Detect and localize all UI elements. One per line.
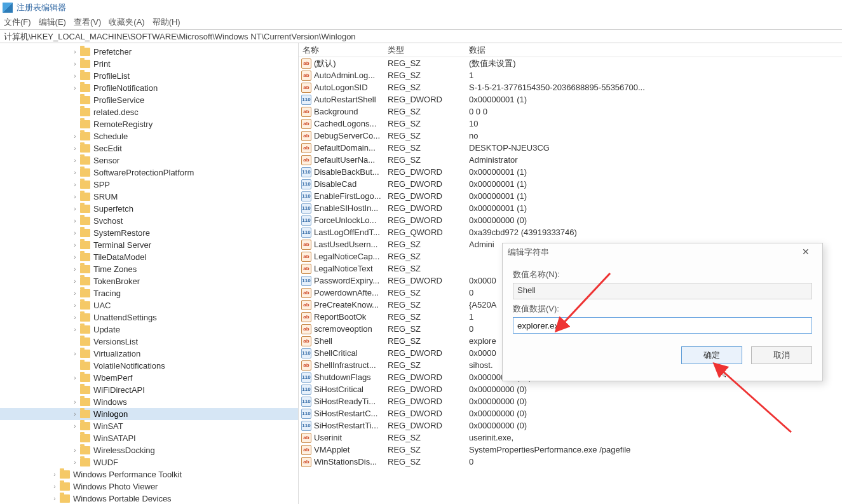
expander-icon[interactable]: › — [71, 411, 79, 418]
list-row[interactable]: 110DisableCadREG_DWORD0x00000001 (1) — [299, 178, 842, 190]
tree-item[interactable]: ›Tracing — [0, 287, 298, 299]
cancel-button[interactable]: 取消 — [751, 346, 812, 364]
expander-icon[interactable]: › — [71, 423, 79, 430]
tree-item[interactable]: ›Schedule — [0, 130, 298, 142]
col-header-name[interactable]: 名称 — [299, 44, 388, 56]
list-row[interactable]: abBackgroundREG_SZ0 0 0 — [299, 106, 842, 118]
tree-item[interactable]: ›Sensor — [0, 154, 298, 167]
menu-edit[interactable]: 编辑(E) — [39, 17, 66, 28]
tree-item[interactable]: ›Print — [0, 58, 298, 70]
expander-icon[interactable]: › — [71, 314, 79, 321]
expander-icon[interactable]: › — [71, 447, 79, 454]
list-row[interactable]: 110DisableBackBut...REG_DWORD0x00000001 … — [299, 166, 842, 178]
tree-item[interactable]: RemoteRegistry — [0, 118, 298, 130]
list-row[interactable]: abDebugServerCo...REG_SZno — [299, 130, 842, 142]
col-header-data[interactable]: 数据 — [469, 44, 842, 56]
expander-icon[interactable]: › — [71, 242, 79, 249]
expander-icon[interactable]: › — [71, 133, 79, 140]
expander-icon[interactable]: › — [71, 193, 79, 200]
tree-item[interactable]: ›ProfileNotification — [0, 82, 298, 94]
expander-icon[interactable]: › — [71, 205, 79, 212]
expander-icon[interactable]: › — [71, 60, 79, 67]
tree-item[interactable]: ›Prefetcher — [0, 46, 298, 58]
tree-item[interactable]: ›UAC — [0, 299, 298, 311]
expander-icon[interactable]: › — [71, 229, 79, 236]
tree-item[interactable]: ProfileService — [0, 94, 298, 106]
expander-icon[interactable]: › — [71, 217, 79, 224]
tree-item[interactable]: WiFiDirectAPI — [0, 384, 298, 396]
expander-icon[interactable]: › — [51, 483, 58, 490]
tree-item[interactable]: ›Svchost — [0, 215, 298, 227]
tree-item[interactable]: VolatileNotifications — [0, 360, 298, 372]
expander-icon[interactable]: › — [71, 181, 79, 188]
list-row[interactable]: abCachedLogons...REG_SZ10 — [299, 118, 842, 130]
list-row[interactable]: 110SiHostCriticalREG_DWORD0x00000000 (0) — [299, 383, 842, 395]
menu-help[interactable]: 帮助(H) — [153, 17, 180, 28]
value-data-input[interactable] — [513, 317, 812, 334]
tree-item[interactable]: ›Update — [0, 324, 298, 336]
list-row[interactable]: 110EnableSIHostIn...REG_DWORD0x00000001 … — [299, 202, 842, 214]
list-row[interactable]: 110AutoRestartShellREG_DWORD0x00000001 (… — [299, 93, 842, 106]
expander-icon[interactable]: › — [71, 350, 79, 357]
tree-item[interactable]: ›ProfileList — [0, 70, 298, 82]
list-row[interactable]: 110LastLogOffEndT...REG_QWORD0xa39cbd972… — [299, 226, 842, 238]
tree-item[interactable]: ›WirelessDocking — [0, 444, 298, 456]
tree-item[interactable]: ›Time Zones — [0, 263, 298, 275]
expander-icon[interactable]: › — [71, 157, 79, 164]
tree-item[interactable]: ›Virtualization — [0, 348, 298, 360]
tree-item[interactable]: ›TokenBroker — [0, 275, 298, 287]
dialog-titlebar[interactable]: 编辑字符串 ✕ — [503, 243, 822, 261]
expander-icon[interactable]: › — [51, 471, 58, 478]
tree-item[interactable]: ›WUDF — [0, 456, 298, 468]
list-row[interactable]: abVMAppletREG_SZSystemPropertiesPerforma… — [299, 444, 842, 456]
expander-icon[interactable]: › — [71, 169, 79, 176]
tree-item[interactable]: ›Windows Portable Devices — [0, 493, 298, 504]
tree-item[interactable]: ›WinSAT — [0, 420, 298, 432]
list-row[interactable]: abUserinitREG_SZuserinit.exe, — [299, 432, 842, 444]
list-row[interactable]: 110SiHostRestartTi...REG_DWORD0x00000000… — [299, 419, 842, 432]
tree-item[interactable]: ›Terminal Server — [0, 239, 298, 251]
tree-item[interactable]: WinSATAPI — [0, 432, 298, 444]
tree-item[interactable]: ›Superfetch — [0, 203, 298, 215]
tree-item[interactable]: ›SRUM — [0, 191, 298, 203]
menu-favorites[interactable]: 收藏夹(A) — [109, 17, 144, 28]
expander-icon[interactable]: › — [71, 459, 79, 466]
expander-icon[interactable]: › — [71, 266, 79, 273]
tree-item[interactable]: VersionsList — [0, 336, 298, 348]
list-row[interactable]: ab(默认)REG_SZ(数值未设置) — [299, 57, 842, 69]
registry-tree[interactable]: ›Prefetcher›Print›ProfileList›ProfileNot… — [0, 43, 299, 504]
expander-icon[interactable]: › — [71, 254, 79, 261]
list-row[interactable]: 110SiHostReadyTi...REG_DWORD0x00000000 (… — [299, 395, 842, 407]
tree-item[interactable]: related.desc — [0, 106, 298, 118]
tree-item[interactable]: ›Windows Photo Viewer — [0, 480, 298, 493]
address-bar[interactable]: 计算机\HKEY_LOCAL_MACHINE\SOFTWARE\Microsof… — [0, 29, 842, 43]
expander-icon[interactable]: › — [71, 72, 79, 79]
tree-item[interactable]: ›SoftwareProtectionPlatform — [0, 167, 298, 179]
menu-file[interactable]: 文件(F) — [4, 17, 31, 28]
expander-icon[interactable]: › — [71, 302, 79, 309]
expander-icon[interactable]: › — [71, 290, 79, 297]
tree-item[interactable]: ›SecEdit — [0, 142, 298, 154]
tree-item[interactable]: ›UnattendSettings — [0, 311, 298, 324]
col-header-type[interactable]: 类型 — [388, 44, 469, 56]
tree-item[interactable]: ›TileDataModel — [0, 251, 298, 263]
expander-icon[interactable]: › — [71, 326, 79, 333]
list-row[interactable]: abAutoAdminLog...REG_SZ1 — [299, 69, 842, 81]
list-row[interactable]: abDefaultDomain...REG_SZDESKTOP-NJEU3CG — [299, 142, 842, 154]
expander-icon[interactable]: › — [71, 398, 79, 405]
list-row[interactable]: abWinStationsDis...REG_SZ0 — [299, 456, 842, 468]
tree-item[interactable]: ›SystemRestore — [0, 227, 298, 239]
menu-view[interactable]: 查看(V) — [74, 17, 101, 28]
tree-item[interactable]: ›WbemPerf — [0, 372, 298, 384]
expander-icon[interactable]: › — [71, 278, 79, 285]
tree-item[interactable]: ›Winlogon — [0, 408, 298, 420]
list-row[interactable]: 110EnableFirstLogo...REG_DWORD0x00000001… — [299, 190, 842, 202]
tree-item[interactable]: ›Windows — [0, 396, 298, 408]
tree-item[interactable]: ›SPP — [0, 179, 298, 191]
list-row[interactable]: abAutoLogonSIDREG_SZS-1-5-21-3776154350-… — [299, 81, 842, 93]
tree-item[interactable]: ›Windows Performance Toolkit — [0, 468, 298, 480]
close-icon[interactable]: ✕ — [794, 245, 817, 259]
expander-icon[interactable]: › — [71, 85, 79, 92]
list-row[interactable]: 110ForceUnlockLo...REG_DWORD0x00000000 (… — [299, 214, 842, 226]
list-row[interactable]: abDefaultUserNa...REG_SZAdministrator — [299, 154, 842, 166]
